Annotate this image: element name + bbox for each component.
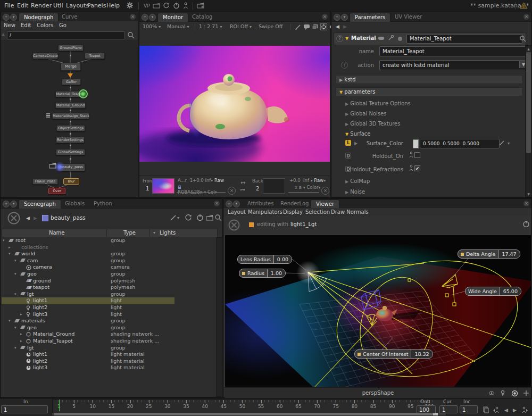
close-icon[interactable]: × xyxy=(130,14,136,20)
default-badge[interactable]: D xyxy=(345,153,351,159)
next-frame-icon[interactable]: ▶ xyxy=(513,407,517,413)
front-channel-info[interactable]: A...r 1+0.0 Inf▾ Raw xyxy=(178,178,224,183)
refresh-icon[interactable] xyxy=(163,2,170,9)
render-slate-icon[interactable] xyxy=(197,2,205,9)
pane-menu-icon[interactable]: ▾ xyxy=(233,201,240,207)
zoom-select[interactable]: 100% ▾ xyxy=(143,23,161,29)
scenegraph-row-camera[interactable]: cameracamera xyxy=(2,264,213,271)
step-person-forward-icon[interactable] xyxy=(521,406,528,413)
clear-selection-icon[interactable] xyxy=(228,219,240,231)
pane-menu-icon[interactable]: ▾ xyxy=(10,14,17,21)
render-dot-icon[interactable] xyxy=(511,390,518,397)
surface-color-values[interactable]: 0.5000 0.5000 0.5000 xyxy=(420,139,500,148)
back-thumbnail[interactable] xyxy=(263,178,285,194)
group-global-texture-options[interactable]: ▶ Global Texture Options xyxy=(345,101,411,106)
step-person-back-icon[interactable] xyxy=(493,406,500,413)
tab-parameters[interactable]: Parameters xyxy=(350,13,390,22)
camera-name-label[interactable]: perspShape xyxy=(362,390,394,396)
expand-icon[interactable]: ▶ xyxy=(354,141,358,146)
swipe-select[interactable]: Swipe Off xyxy=(259,23,282,29)
slate-icon[interactable] xyxy=(153,3,160,9)
comment-icon[interactable] xyxy=(303,24,310,30)
menu-help[interactable]: Help xyxy=(104,0,122,12)
tab-catalog[interactable]: Catalog xyxy=(187,13,217,21)
crosshair-plus-icon[interactable] xyxy=(523,390,529,396)
scenegraph-row-lgt[interactable]: ▾lgtgroup xyxy=(2,345,213,352)
scenegraph-row-lgt[interactable]: ▾lgtgroup xyxy=(2,291,213,298)
scenegraph-row-materials[interactable]: ▾materialsgroup xyxy=(2,318,213,325)
holdout-on-checkbox[interactable] xyxy=(414,152,420,158)
tab-renderlog[interactable]: RenderLog xyxy=(276,199,313,208)
nodegraph-canvas[interactable]: GroundPlaneCameraCreateTeapotMergeGaffer… xyxy=(1,40,138,197)
node-Teapot[interactable]: Teapot xyxy=(85,53,105,59)
inc-field[interactable]: 1 xyxy=(460,405,478,413)
rendered-image[interactable] xyxy=(139,46,330,162)
visibility-icon[interactable] xyxy=(488,390,495,396)
light-icon[interactable] xyxy=(500,390,505,396)
tab-curve[interactable]: Curve xyxy=(57,13,82,21)
group-global-noises[interactable]: ▶ Global Noises xyxy=(345,111,386,117)
group-surface[interactable]: ▼ Surface xyxy=(345,131,370,137)
menu-selection[interactable]: Selection xyxy=(305,208,330,216)
menu-display[interactable]: Display xyxy=(283,208,303,216)
back-format-info[interactable]: x a ▾ Color▾ xyxy=(295,185,321,190)
node-MaterialAssign_Stack[interactable]: MaterialAssign_Stack xyxy=(52,113,89,119)
local-badge[interactable]: L xyxy=(345,140,351,146)
tab-attributes[interactable]: Attributes xyxy=(243,199,278,208)
scenegraph-row-light3[interactable]: light3light material xyxy=(2,364,213,371)
node-Gaffer[interactable]: Gaffer xyxy=(62,79,81,85)
scenegraph-row-Material_Teapot[interactable]: ▸Material_Teapotshading network ... xyxy=(2,338,213,345)
menu-file[interactable]: File xyxy=(2,0,16,12)
scenegraph-row-collections[interactable]: ▸collections xyxy=(2,244,213,251)
group-colmap[interactable]: ▶ ColMap xyxy=(345,178,370,184)
range-slider[interactable] xyxy=(52,413,446,415)
menu-layout[interactable]: Layout xyxy=(228,208,246,216)
tab-uv-viewer[interactable]: UV Viewer xyxy=(390,13,427,21)
node-name-field[interactable]: Material_Teapot xyxy=(406,34,522,44)
back-slider[interactable] xyxy=(288,192,319,193)
nav-forward-icon[interactable]: ▶ xyxy=(343,24,347,29)
expand-triangle-icon[interactable]: ▼ xyxy=(345,36,348,41)
manipulator-label-radius[interactable]: Radius1.00 xyxy=(239,269,286,278)
scenegraph-row-geo[interactable]: ▾geogroup xyxy=(2,271,213,278)
chevron-down-icon[interactable]: ▾ xyxy=(508,141,510,146)
cur-field[interactable]: 1 xyxy=(439,405,458,413)
scenegraph-row-light1[interactable]: light1light xyxy=(2,297,174,304)
pencil-icon[interactable] xyxy=(498,140,505,146)
scenegraph-row-world[interactable]: ▾worldgroup xyxy=(2,251,213,257)
back-channel-info[interactable]: +0.0 Inf ▾ Raw▾ xyxy=(289,178,326,183)
front-clear-icon[interactable]: × xyxy=(228,187,236,195)
copy-icon[interactable] xyxy=(483,406,489,413)
menu-colors[interactable]: Colors xyxy=(37,21,53,29)
node-ObjectSettings[interactable]: ObjectSettings xyxy=(56,125,85,131)
menu-util[interactable]: Util xyxy=(51,0,65,12)
prev-frame-icon[interactable]: ◀ xyxy=(504,407,508,413)
kstd-section[interactable]: ▶ kstd xyxy=(336,75,523,84)
node-Blur[interactable]: Blur xyxy=(63,178,79,185)
pane-menu-icon[interactable]: ▾ xyxy=(149,14,156,21)
dot-icon[interactable] xyxy=(398,37,402,41)
parameters-scrollbar[interactable]: ▲ ▼ xyxy=(525,45,532,197)
scenegraph-row-geo[interactable]: ▾geogroup xyxy=(2,325,213,331)
action-dropdown[interactable]: create with kstd material ▼ xyxy=(379,60,528,70)
node-search-input[interactable]: / xyxy=(7,31,125,39)
pane-add-icon[interactable]: + xyxy=(226,201,232,207)
3d-viewport[interactable]: Lens Radius0.00Radius1.00Delta Angle17.4… xyxy=(225,235,531,387)
menu-manipulators[interactable]: Manipulators xyxy=(248,208,282,216)
pencil-icon[interactable] xyxy=(295,24,301,30)
pane-add-icon[interactable]: + xyxy=(3,14,10,21)
scenegraph-row-ground[interactable]: groundpolymesh xyxy=(2,278,213,285)
pane-add-icon[interactable]: + xyxy=(142,14,148,21)
scenegraph-row-light2[interactable]: light2light xyxy=(2,304,213,311)
node-Over[interactable]: Over xyxy=(48,188,65,194)
scenegraph-row-light2[interactable]: light2light material xyxy=(2,358,213,365)
close-icon[interactable]: × xyxy=(523,201,529,206)
pin-icon[interactable]: ▲ xyxy=(2,32,5,37)
front-thumbnail[interactable] xyxy=(152,178,174,194)
search-icon[interactable] xyxy=(127,31,135,39)
node-Material_Ground[interactable]: Material_Ground xyxy=(55,102,86,109)
holdout-refractions-checkbox[interactable]: ✔ xyxy=(414,165,420,171)
pane-add-icon[interactable]: + xyxy=(334,14,340,21)
menu-go[interactable]: Go xyxy=(59,21,66,29)
menu-edit[interactable]: Edit xyxy=(15,0,30,12)
